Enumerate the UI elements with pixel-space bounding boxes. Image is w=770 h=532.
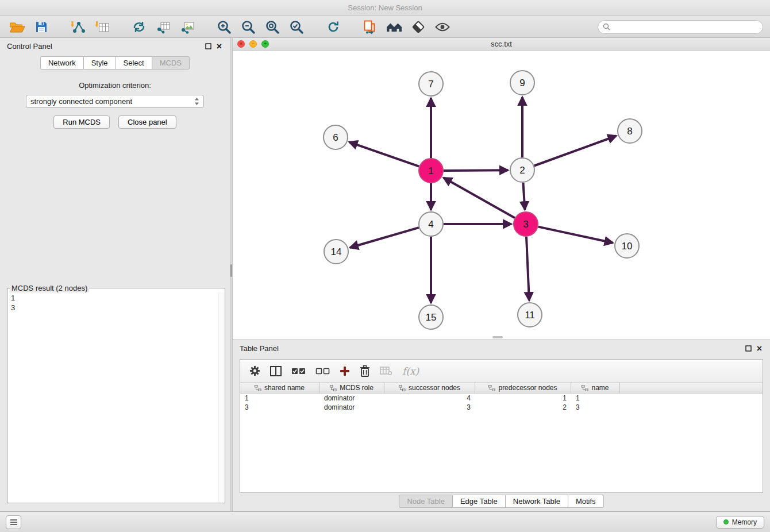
- run-mcds-button[interactable]: Run MCDS: [53, 115, 110, 129]
- delete-table-button[interactable]: [380, 367, 392, 376]
- maximize-window-button[interactable]: +: [261, 40, 269, 48]
- tab-network-table[interactable]: Network Table: [506, 495, 568, 508]
- horizontal-scrollbar-thumb[interactable]: [492, 336, 503, 338]
- graph-node-10[interactable]: 10: [615, 234, 639, 258]
- graph-node-4[interactable]: 4: [419, 212, 443, 236]
- close-panel-button[interactable]: Close panel: [118, 115, 176, 129]
- function-builder-button[interactable]: f(x): [402, 365, 419, 377]
- add-column-button[interactable]: [340, 366, 350, 376]
- table-cell[interactable]: 1: [571, 394, 620, 402]
- home-button[interactable]: [384, 18, 405, 36]
- table-row[interactable]: 1dominator411: [240, 394, 763, 403]
- graph-node-label: 6: [333, 132, 338, 143]
- table-cell[interactable]: 1: [475, 394, 571, 402]
- scrollbar-track[interactable]: [218, 292, 225, 503]
- table-settings-button[interactable]: [249, 365, 260, 376]
- deselect-all-button[interactable]: [315, 367, 330, 375]
- minimize-window-button[interactable]: −: [249, 40, 257, 48]
- table-delete-icon: [380, 367, 392, 376]
- graph-edge-4-14[interactable]: [350, 228, 419, 248]
- tab-edge-table[interactable]: Edge Table: [453, 495, 506, 508]
- table-panel: Table Panel ×: [233, 340, 770, 511]
- graph-node-2[interactable]: 2: [510, 158, 534, 182]
- tab-motifs[interactable]: Motifs: [568, 495, 604, 508]
- mcds-result-item[interactable]: 1: [11, 293, 221, 303]
- tab-mcds[interactable]: MCDS: [152, 56, 190, 70]
- refresh-button[interactable]: [323, 18, 344, 36]
- save-session-button[interactable]: [31, 18, 52, 36]
- style-diamond-icon: [411, 20, 425, 34]
- table-cell[interactable]: 2: [475, 403, 571, 411]
- graph-edge-2-3[interactable]: [523, 183, 525, 210]
- columns-icon: [270, 366, 282, 376]
- zoom-fit-button[interactable]: [262, 18, 283, 36]
- table-toolbar: f(x): [240, 360, 763, 383]
- memory-button[interactable]: Memory: [716, 516, 764, 529]
- column-header-MCDS-role[interactable]: MCDS role: [319, 383, 384, 393]
- graph-node-15[interactable]: 15: [419, 305, 443, 329]
- graph-edge-3-1[interactable]: [444, 178, 515, 218]
- zoom-selected-button[interactable]: [286, 18, 307, 36]
- zoom-out-button[interactable]: [238, 18, 259, 36]
- graph-node-8[interactable]: 8: [618, 119, 642, 143]
- show-hide-button[interactable]: [432, 18, 453, 36]
- graph-node-6[interactable]: 6: [324, 125, 348, 149]
- column-header-predecessor-nodes[interactable]: predecessor nodes: [475, 383, 571, 393]
- tab-select[interactable]: Select: [116, 56, 152, 70]
- toolbar-separator: [310, 18, 319, 36]
- import-network-button[interactable]: [68, 18, 88, 36]
- graph-edge-1-2[interactable]: [444, 170, 508, 171]
- delete-column-button[interactable]: [360, 365, 370, 377]
- show-columns-button[interactable]: [270, 366, 282, 376]
- zoom-in-icon: [217, 20, 232, 34]
- export-table-button[interactable]: [153, 18, 174, 36]
- graph-node-11[interactable]: 11: [518, 303, 542, 327]
- graph-edge-1-6[interactable]: [349, 142, 419, 167]
- column-header-shared-name[interactable]: shared name: [240, 383, 319, 393]
- table-cell[interactable]: 1: [240, 394, 319, 402]
- clone-network-button[interactable]: [360, 18, 380, 36]
- table-cell[interactable]: 3: [240, 403, 319, 411]
- network-graph[interactable]: 7968124314101511: [233, 51, 770, 340]
- table-cell[interactable]: 3: [571, 403, 620, 411]
- import-table-button[interactable]: [92, 18, 113, 36]
- graph-node-1[interactable]: 1: [419, 159, 443, 183]
- mcds-result-item[interactable]: 3: [11, 303, 221, 313]
- optimization-criterion-select[interactable]: strongly connected component: [26, 95, 204, 108]
- eye-icon: [435, 22, 450, 32]
- table-cell[interactable]: 4: [384, 394, 475, 402]
- column-header-successor-nodes[interactable]: successor nodes: [384, 383, 475, 393]
- float-table-panel-icon[interactable]: [745, 345, 752, 352]
- graph-edge-3-10[interactable]: [538, 227, 613, 243]
- search-field[interactable]: [598, 20, 763, 34]
- tab-network[interactable]: Network: [40, 56, 84, 70]
- table-cell[interactable]: 3: [384, 403, 475, 411]
- graph-edge-2-8[interactable]: [534, 136, 617, 166]
- tab-style[interactable]: Style: [84, 56, 116, 70]
- style-button[interactable]: [408, 18, 429, 36]
- export-network-button[interactable]: [129, 18, 149, 36]
- column-header-name[interactable]: name: [571, 383, 620, 393]
- table-row[interactable]: 3dominator323: [240, 403, 763, 412]
- float-panel-icon[interactable]: [205, 43, 211, 49]
- splitter-thumb[interactable]: [230, 264, 232, 277]
- select-all-button[interactable]: [291, 367, 306, 375]
- export-image-button[interactable]: [177, 18, 198, 36]
- graph-node-7[interactable]: 7: [419, 72, 443, 96]
- table-cell[interactable]: dominator: [319, 403, 384, 411]
- close-panel-icon[interactable]: ×: [217, 43, 222, 50]
- graph-edge-3-11[interactable]: [526, 237, 529, 300]
- attribute-tree-icon: [330, 385, 337, 391]
- panel-toggle-button[interactable]: [6, 515, 21, 529]
- tab-node-table[interactable]: Node Table: [399, 495, 453, 508]
- graph-node-3[interactable]: 3: [514, 212, 538, 236]
- close-table-panel-icon[interactable]: ×: [757, 345, 762, 352]
- open-session-button[interactable]: [7, 18, 28, 36]
- graph-node-14[interactable]: 14: [324, 240, 348, 264]
- search-input[interactable]: [613, 22, 758, 31]
- search-icon: [603, 23, 610, 30]
- graph-node-9[interactable]: 9: [510, 71, 534, 95]
- zoom-in-button[interactable]: [214, 18, 234, 36]
- table-cell[interactable]: dominator: [319, 394, 384, 402]
- close-window-button[interactable]: ×: [237, 40, 245, 48]
